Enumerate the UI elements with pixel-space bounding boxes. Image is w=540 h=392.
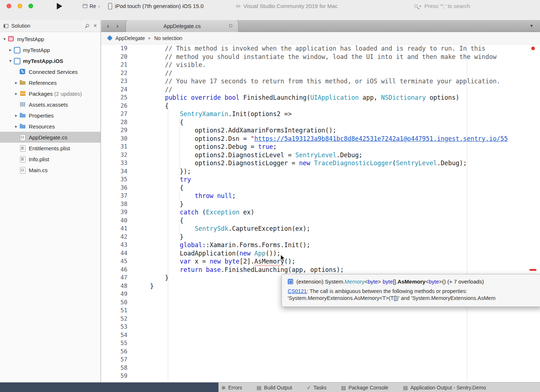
tree-item-resources[interactable]: ▸Resources bbox=[0, 121, 100, 132]
code-line[interactable]: }); bbox=[135, 167, 540, 176]
code-line[interactable]: } bbox=[135, 233, 540, 241]
tab-list-dropdown-icon[interactable]: ▾ bbox=[530, 23, 533, 28]
statusbar-item-build-output[interactable]: ▤Build Output bbox=[257, 385, 292, 391]
code-line[interactable]: public override bool FinishedLaunching(U… bbox=[135, 94, 540, 102]
line-number[interactable]: 23 bbox=[101, 77, 130, 86]
code-lines[interactable]: // This method is invoked when the appli… bbox=[135, 44, 540, 380]
tree-item-assets-xcassets[interactable]: Assets.xcassets bbox=[0, 99, 100, 110]
code-line[interactable] bbox=[135, 339, 540, 348]
code-line[interactable] bbox=[135, 356, 540, 364]
line-number[interactable]: 28 bbox=[101, 118, 130, 127]
line-number[interactable]: 39 bbox=[101, 208, 130, 217]
close-icon[interactable]: × bbox=[94, 23, 97, 29]
navigate-back-button[interactable]: ‹ bbox=[104, 22, 112, 30]
line-number[interactable]: 54 bbox=[101, 331, 130, 340]
line-number[interactable]: 37 bbox=[101, 192, 130, 200]
chevron-down-icon[interactable]: ▾ bbox=[1, 36, 8, 41]
line-number[interactable]: 53 bbox=[101, 323, 130, 331]
code-line[interactable]: // This method is invoked when the appli… bbox=[135, 44, 540, 53]
line-number[interactable]: 21 bbox=[101, 61, 130, 69]
line-number[interactable]: 36 bbox=[101, 184, 130, 192]
line-number[interactable]: 45 bbox=[101, 257, 130, 266]
line-number[interactable]: 20 bbox=[101, 53, 130, 61]
tree-item-appdelegate-cs[interactable]: AppDelegate.cs bbox=[0, 132, 100, 143]
modified-indicator-icon[interactable] bbox=[229, 24, 232, 27]
code-line[interactable]: return base.FinishedLaunching(app, optio… bbox=[135, 266, 540, 274]
code-line[interactable]: SentryXamarin.Init(options2 => bbox=[135, 110, 540, 118]
line-number[interactable]: 22 bbox=[101, 69, 130, 78]
code-line[interactable]: options2.Debug = true; bbox=[135, 143, 540, 151]
tree-item-connected-services[interactable]: Connected Services bbox=[0, 66, 100, 77]
chevron-right-icon[interactable]: ▸ bbox=[7, 47, 13, 52]
tree-item-references[interactable]: ▸References bbox=[0, 77, 100, 88]
code-line[interactable]: // visible. bbox=[135, 61, 540, 69]
chevron-down-icon[interactable]: ▾ bbox=[7, 58, 13, 63]
line-number[interactable]: 26 bbox=[101, 102, 130, 110]
code-token-u[interactable]: https://5a193123a9b841bc8d8e42531e7242a1… bbox=[255, 135, 508, 142]
error-line-marker-icon[interactable] bbox=[529, 269, 536, 271]
line-number[interactable]: 46 bbox=[101, 266, 130, 274]
line-number[interactable]: 24 bbox=[101, 86, 130, 94]
tree-item-main-cs[interactable]: Main.cs bbox=[0, 165, 100, 175]
tree-item-mytestapp[interactable]: ▸myTestApp bbox=[0, 44, 100, 55]
line-number[interactable]: 27 bbox=[101, 110, 130, 118]
code-line[interactable]: global::Xamarin.Forms.Forms.Init(); bbox=[135, 241, 540, 249]
line-number[interactable]: 25 bbox=[101, 94, 130, 102]
zoom-window-button[interactable] bbox=[28, 4, 33, 8]
line-number-gutter[interactable]: 1920212223242526272829303132333435363738… bbox=[101, 44, 130, 380]
navigate-forward-button[interactable]: › bbox=[113, 22, 122, 30]
code-line[interactable]: catch (Exception ex) bbox=[135, 208, 540, 217]
line-number[interactable]: 55 bbox=[101, 339, 130, 348]
code-line[interactable]: SentrySdk.CaptureException(ex); bbox=[135, 225, 540, 233]
code-line[interactable]: { bbox=[135, 102, 540, 110]
line-number[interactable]: 44 bbox=[101, 249, 130, 258]
code-line[interactable] bbox=[135, 306, 540, 315]
tree-item-properties[interactable]: ▸Properties bbox=[0, 110, 100, 121]
line-number[interactable]: 29 bbox=[101, 126, 130, 135]
code-line[interactable] bbox=[135, 348, 540, 356]
line-number[interactable]: 47 bbox=[101, 274, 130, 282]
line-number[interactable]: 34 bbox=[101, 167, 130, 176]
search-field[interactable]: ▾ Press '^,' to search bbox=[414, 0, 470, 12]
code-line[interactable] bbox=[135, 372, 540, 380]
line-number[interactable]: 19 bbox=[101, 44, 130, 53]
tree-item-info-plist[interactable]: Info.plist bbox=[0, 154, 100, 165]
tree-item-packages[interactable]: ▸Packages(2 updates) bbox=[0, 88, 100, 99]
code-line[interactable]: options2.DiagnosticLogger = new TraceDia… bbox=[135, 159, 540, 167]
code-line[interactable] bbox=[135, 364, 540, 372]
error-overview-marker-icon[interactable] bbox=[531, 47, 535, 50]
line-number[interactable]: 35 bbox=[101, 175, 130, 184]
code-line[interactable]: // method you should instantiate the win… bbox=[135, 53, 540, 61]
code-line[interactable]: { bbox=[135, 217, 540, 225]
tree-item-mytestapp[interactable]: ▾myTestApp bbox=[0, 33, 100, 44]
minimize-window-button[interactable] bbox=[17, 4, 22, 8]
close-window-button[interactable] bbox=[7, 4, 11, 8]
line-number[interactable]: 56 bbox=[101, 348, 130, 356]
code-line[interactable]: try bbox=[135, 175, 540, 184]
line-number[interactable]: 48 bbox=[101, 282, 130, 290]
pin-icon[interactable] bbox=[83, 23, 90, 29]
statusbar-item-package-console[interactable]: ▤Package Console bbox=[341, 385, 389, 391]
code-line[interactable]: LoadApplication(new App()); bbox=[135, 249, 540, 258]
breadcrumb-selection[interactable]: No selection bbox=[154, 35, 182, 41]
code-line[interactable]: } bbox=[135, 200, 540, 209]
error-code-link[interactable]: CS0121 bbox=[288, 288, 307, 294]
line-number[interactable]: 59 bbox=[101, 372, 130, 380]
build-configuration-selector[interactable]: Re › bbox=[83, 3, 100, 9]
statusbar-item-tasks[interactable]: ✓Tasks bbox=[307, 385, 327, 391]
line-number[interactable]: 31 bbox=[101, 143, 130, 151]
line-number[interactable]: 43 bbox=[101, 241, 130, 249]
code-line[interactable]: options2.Dsn = "https://5a193123a9b841bc… bbox=[135, 135, 540, 143]
code-line[interactable] bbox=[135, 315, 540, 323]
code-line[interactable]: // bbox=[135, 86, 540, 94]
chevron-right-icon[interactable]: ▸ bbox=[13, 91, 19, 96]
chevron-right-icon[interactable]: ▸ bbox=[13, 124, 19, 129]
code-line[interactable]: options2.AddXamarinFormsIntegration(); bbox=[135, 126, 540, 135]
code-line[interactable]: options2.DiagnosticLevel = SentryLevel.D… bbox=[135, 151, 540, 159]
line-number[interactable]: 42 bbox=[101, 233, 130, 241]
code-editor[interactable]: 1920212223242526272829303132333435363738… bbox=[101, 44, 540, 382]
line-number[interactable]: 30 bbox=[101, 135, 130, 143]
chevron-right-icon[interactable]: ▸ bbox=[13, 113, 19, 118]
line-number[interactable]: 38 bbox=[101, 200, 130, 209]
code-line[interactable] bbox=[135, 331, 540, 340]
